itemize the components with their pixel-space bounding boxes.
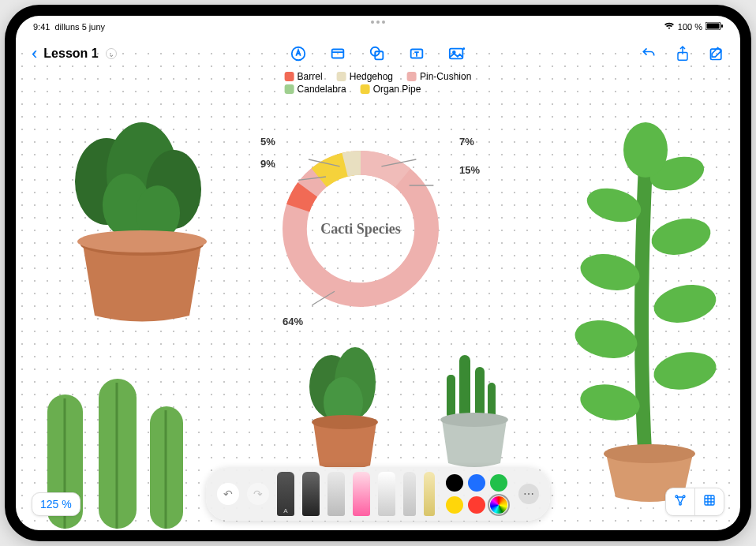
marker-tool[interactable] <box>302 472 320 516</box>
legend-item: Organ Pipe <box>361 84 421 95</box>
pct-label: 9% <box>260 158 275 170</box>
color-picker-button[interactable] <box>490 496 507 514</box>
zoom-level-button[interactable]: 125 % <box>32 492 80 516</box>
svg-point-48 <box>440 413 508 427</box>
svg-point-34 <box>650 279 720 328</box>
color-swatch-black[interactable] <box>446 474 463 492</box>
cactus-image-small-2[interactable] <box>418 331 529 473</box>
pen-tool[interactable]: A <box>277 472 294 516</box>
svg-point-32 <box>648 214 713 260</box>
lasso-tool[interactable] <box>403 472 416 516</box>
svg-rect-9 <box>450 49 463 59</box>
legend-item: Candelabra <box>285 84 346 95</box>
view-toggle <box>665 488 724 516</box>
ruler-tool[interactable] <box>424 472 435 516</box>
cactus-drawing-succulent[interactable] <box>559 95 732 505</box>
wifi-icon <box>664 22 675 32</box>
svg-point-38 <box>623 122 668 178</box>
cactus-image-barrel[interactable] <box>39 103 237 331</box>
svg-rect-44 <box>459 355 470 418</box>
svg-rect-46 <box>447 375 455 418</box>
grid-view-button[interactable] <box>695 488 724 515</box>
document-title[interactable]: Lesson 1 <box>43 47 98 61</box>
eraser-tool[interactable] <box>378 472 395 516</box>
connections-view-button[interactable] <box>666 488 695 515</box>
svg-rect-47 <box>488 383 496 418</box>
chart-legend: Barrel Hedgehog Pin-Cushion Candelabra O… <box>285 71 472 95</box>
more-tools-button[interactable]: ⋯ <box>518 484 539 504</box>
dock-undo-button[interactable]: ↶ <box>217 483 239 505</box>
svg-point-31 <box>583 183 645 228</box>
pct-label: 5% <box>260 136 275 148</box>
svg-rect-1 <box>707 24 720 29</box>
sticky-note-button[interactable] <box>329 45 346 62</box>
canvas[interactable]: Barrel Hedgehog Pin-Cushion Candelabra O… <box>16 71 740 530</box>
color-swatch-green[interactable] <box>490 474 507 492</box>
status-date: dilluns 5 juny <box>54 22 105 32</box>
status-time: 9:41 <box>33 22 50 32</box>
screen: 9:41 dilluns 5 juny 100 % ‹ Lesson 1 ⌄ <box>16 16 740 530</box>
legend-item: Hedgehog <box>337 71 393 82</box>
svg-point-35 <box>571 315 641 364</box>
pct-label: 7% <box>459 136 474 148</box>
svg-point-39 <box>604 444 695 463</box>
legend-item: Barrel <box>285 71 323 82</box>
media-button[interactable] <box>447 45 466 62</box>
text-box-button[interactable] <box>408 45 425 62</box>
svg-point-43 <box>312 415 378 429</box>
markup-tool-button[interactable] <box>290 45 307 62</box>
svg-point-29 <box>77 230 207 252</box>
shapes-button[interactable] <box>369 45 386 62</box>
app-toolbar: ‹ Lesson 1 ⌄ <box>16 38 740 69</box>
color-swatch-red[interactable] <box>468 496 485 514</box>
dock-redo-button[interactable]: ↷ <box>247 483 269 505</box>
ipad-frame: 9:41 dilluns 5 juny 100 % ‹ Lesson 1 ⌄ <box>5 5 751 541</box>
pencil-tool[interactable] <box>327 472 345 516</box>
multitask-icon[interactable] <box>371 21 385 24</box>
svg-point-57 <box>679 503 682 505</box>
svg-point-36 <box>651 347 720 394</box>
svg-point-33 <box>577 249 642 296</box>
pct-label: 15% <box>459 164 480 176</box>
pct-label: 64% <box>283 316 303 327</box>
crayon-tool[interactable] <box>353 472 370 516</box>
svg-rect-2 <box>721 24 723 28</box>
svg-rect-4 <box>332 50 344 58</box>
svg-rect-45 <box>475 367 485 418</box>
svg-point-37 <box>578 380 642 425</box>
drawing-tools-dock: ↶ ↷ A ⋯ <box>206 467 550 521</box>
donut-chart[interactable]: Cacti Species <box>274 142 447 316</box>
svg-rect-58 <box>705 496 714 505</box>
compose-button[interactable] <box>709 46 724 62</box>
color-swatch-yellow[interactable] <box>446 496 463 514</box>
cactus-image-small-1[interactable] <box>288 331 399 473</box>
legend-item: Pin-Cushion <box>407 71 471 82</box>
title-dropdown-icon[interactable]: ⌄ <box>106 48 117 59</box>
back-button[interactable]: ‹ <box>32 43 37 64</box>
share-button[interactable] <box>676 45 690 62</box>
status-battery: 100 % <box>678 22 702 32</box>
color-swatch-blue[interactable] <box>468 474 485 492</box>
battery-icon <box>705 22 723 32</box>
color-palette <box>446 474 507 514</box>
chart-title: Cacti Species <box>274 142 447 316</box>
undo-button[interactable] <box>641 46 657 62</box>
